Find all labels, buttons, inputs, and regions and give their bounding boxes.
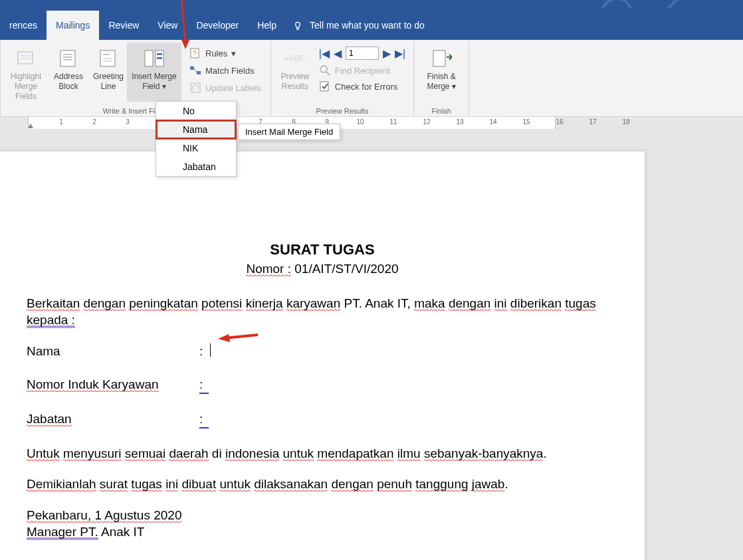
rules-button[interactable]: ? Rules ▾ bbox=[185, 45, 265, 61]
insert-merge-field-button[interactable]: Insert Merge Field ▾ bbox=[127, 43, 181, 102]
tell-me-label: Tell me what you want to do bbox=[310, 20, 425, 31]
field-nik: Nomor Induk Karyawan : bbox=[27, 377, 618, 394]
svg-rect-25 bbox=[197, 71, 201, 74]
indent-marker[interactable] bbox=[28, 124, 33, 128]
merge-field-item-no[interactable]: No bbox=[156, 102, 236, 120]
preview-results-button[interactable]: «ABC» Preview Results bbox=[275, 43, 315, 94]
match-fields-button[interactable]: Match Fields bbox=[185, 62, 265, 78]
merge-field-item-jabatan[interactable]: Jabatan bbox=[156, 157, 236, 176]
tab-review[interactable]: Review bbox=[99, 11, 148, 40]
svg-point-28 bbox=[320, 66, 327, 72]
signature-block: Pekanbaru, 1 Agustus 2020 Manager PT. An… bbox=[27, 508, 618, 540]
next-record-icon[interactable]: ▶ bbox=[383, 47, 391, 60]
svg-text:«ABC»: «ABC» bbox=[284, 54, 306, 63]
tooltip: Insert Mail Merge Field bbox=[238, 124, 340, 140]
lightbulb-icon bbox=[292, 20, 303, 31]
address-block-button[interactable]: Address Block bbox=[47, 43, 90, 102]
check-errors-icon bbox=[319, 80, 331, 92]
finish-merge-button[interactable]: Finish & Merge ▾ bbox=[418, 43, 465, 92]
svg-rect-7 bbox=[18, 52, 33, 64]
last-record-icon[interactable]: ▶| bbox=[395, 47, 405, 60]
chevron-down-icon: ▾ bbox=[452, 82, 456, 91]
ruler-mark: 2 bbox=[92, 118, 96, 126]
svg-rect-30 bbox=[320, 82, 328, 91]
svg-rect-20 bbox=[157, 53, 162, 55]
merge-field-item-nama[interactable]: Nama bbox=[156, 120, 236, 139]
ruler-mark: 3 bbox=[126, 118, 130, 126]
field-nama: Nama : bbox=[27, 343, 618, 360]
rules-icon: ? bbox=[189, 47, 201, 59]
doc-nomor-line: Nomor : 01/AIT/ST/VI/2020 bbox=[27, 261, 618, 278]
field-jabatan: Jabatan : bbox=[27, 411, 618, 428]
tell-me-search[interactable]: Tell me what you want to do bbox=[292, 20, 425, 40]
svg-rect-21 bbox=[157, 57, 162, 59]
update-labels-button[interactable]: Update Labels bbox=[185, 80, 265, 96]
finish-icon bbox=[431, 48, 452, 69]
chevron-down-icon: ▾ bbox=[162, 82, 166, 91]
ruler-mark: 17 bbox=[589, 118, 596, 126]
merge-field-item-nik[interactable]: NIK bbox=[156, 139, 236, 157]
text-cursor bbox=[210, 343, 211, 357]
svg-rect-18 bbox=[145, 50, 153, 66]
ruler-mark: 10 bbox=[356, 118, 364, 126]
svg-rect-10 bbox=[60, 50, 75, 66]
document-workspace[interactable]: SURAT TUGAS Nomor : 01/AIT/ST/VI/2020 Be… bbox=[0, 133, 743, 560]
update-labels-icon bbox=[189, 82, 201, 94]
first-record-icon[interactable]: |◀ bbox=[319, 47, 330, 60]
highlight-merge-fields-button[interactable]: Highlight Merge Fields bbox=[5, 43, 47, 102]
check-errors-button[interactable]: Check for Errors bbox=[315, 78, 409, 94]
match-fields-icon bbox=[189, 64, 201, 76]
address-icon bbox=[58, 48, 79, 69]
paragraph-1: Berkaitan dengan peningkatan potensi kin… bbox=[27, 296, 618, 328]
ruler-mark: 14 bbox=[489, 118, 496, 126]
record-number-input[interactable] bbox=[346, 47, 379, 60]
search-icon bbox=[319, 64, 331, 76]
preview-icon: «ABC» bbox=[284, 48, 306, 69]
paragraph-2: Untuk menyusuri semuai daerah di indones… bbox=[27, 446, 618, 462]
doc-heading: SURAT TUGAS bbox=[27, 240, 618, 260]
svg-line-29 bbox=[326, 72, 330, 75]
svg-rect-31 bbox=[433, 50, 445, 66]
prev-record-icon[interactable]: ◀ bbox=[334, 47, 342, 60]
ruler-mark: 1 bbox=[59, 118, 63, 126]
page: SURAT TUGAS Nomor : 01/AIT/ST/VI/2020 Be… bbox=[0, 151, 645, 560]
ruler-mark: 13 bbox=[456, 118, 463, 126]
tab-help[interactable]: Help bbox=[248, 11, 286, 40]
ruler-mark: 16 bbox=[556, 118, 563, 126]
paragraph-3: Demikianlah surat tugas ini dibuat untuk… bbox=[27, 476, 618, 493]
tab-view[interactable]: View bbox=[148, 11, 187, 40]
svg-rect-24 bbox=[190, 66, 194, 70]
greeting-icon bbox=[98, 48, 119, 69]
ribbon: Highlight Merge Fields Address Block Gre… bbox=[0, 40, 743, 117]
highlight-icon bbox=[15, 48, 37, 69]
greeting-line-button[interactable]: Greeting Line bbox=[90, 43, 127, 102]
ruler-mark: 18 bbox=[622, 118, 629, 126]
tab-developer[interactable]: Developer bbox=[187, 11, 248, 40]
title-bar: mail merge - Word bbox=[0, 0, 743, 8]
tab-references[interactable]: rences bbox=[0, 11, 47, 40]
ruler-mark: 11 bbox=[389, 118, 397, 126]
chevron-down-icon: ▾ bbox=[231, 48, 236, 58]
group-label-preview: Preview Results bbox=[275, 107, 409, 116]
svg-text:?: ? bbox=[193, 50, 197, 57]
group-label-finish: Finish bbox=[418, 107, 465, 116]
merge-field-dropdown: No Nama NIK Jabatan bbox=[156, 101, 237, 177]
ruler-mark: 12 bbox=[423, 118, 430, 126]
ruler-mark: 15 bbox=[522, 118, 530, 126]
find-recipient-button[interactable]: Find Recipient bbox=[315, 62, 409, 78]
tab-mailings[interactable]: Mailings bbox=[47, 11, 99, 40]
ribbon-tabs: rences Mailings Review View Developer He… bbox=[0, 8, 743, 40]
horizontal-ruler[interactable]: 123456789101112131415161718 bbox=[0, 117, 743, 133]
insert-merge-icon bbox=[144, 48, 165, 69]
